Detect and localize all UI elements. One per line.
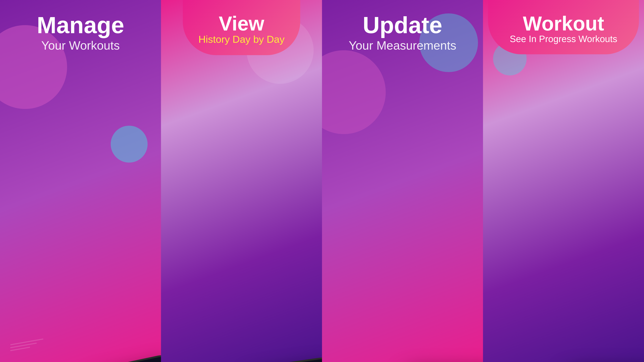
panel-workout: Workout See In Progress Workouts 9:41 📶🔋… [483, 0, 644, 362]
panel-1-header: Manage Your Workouts [0, 13, 161, 52]
panel-2-subtitle: History Day by Day [193, 33, 290, 45]
panel-view: View History Day by Day 9:41 📶🔋 ☰ [161, 0, 322, 362]
deco-blob-5 [322, 50, 386, 134]
view-header-pill: View History Day by Day [183, 0, 300, 55]
panel-3-header: Update Your Measurements [322, 13, 483, 52]
panel-manage: Manage Your Workouts 9:41 ⚡📶 7860 lbs We… [0, 0, 161, 362]
panel-3-title: Update [322, 13, 483, 37]
deco-blob-2 [111, 126, 148, 163]
phone-manage: 9:41 ⚡📶 7860 lbs Weight Lifted My Monthl… [80, 353, 161, 362]
panel-4-subtitle: See In Progress Workouts [502, 33, 626, 44]
phone-view: 9:41 📶🔋 ☰ Note History FULL DAY 1 W [242, 356, 322, 362]
panel-update: Update Your Measurements 9:41 📶🔋 ‹ Your … [322, 0, 483, 362]
panel-1-title: Manage [0, 13, 161, 37]
workout-header-pill: Workout See In Progress Workouts [488, 0, 639, 54]
stripe-decoration [10, 341, 44, 352]
panel-1-subtitle: Your Workouts [0, 38, 161, 52]
panel-4-title: Workout [502, 13, 626, 33]
panel-2-title: View [193, 13, 290, 33]
panel-3-subtitle: Your Measurements [322, 38, 483, 52]
